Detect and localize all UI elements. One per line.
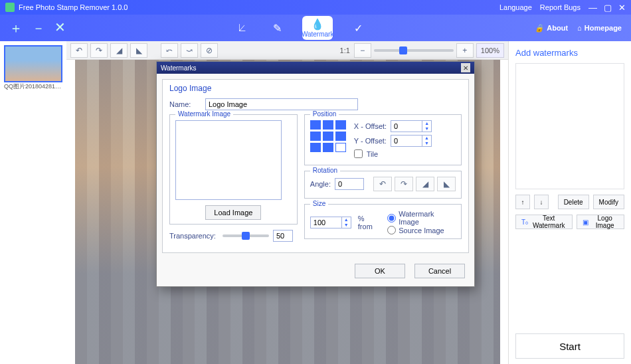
y-offset-label: Y - Offset: [354,137,387,145]
transparency-value[interactable] [273,230,293,242]
close-button[interactable]: ✕ [618,3,626,13]
y-up[interactable]: ▲ [422,136,431,141]
app-title: Free Photo Stamp Remover 1.0.0 [19,3,128,11]
homepage-link[interactable]: ⌂Homepage [577,24,622,32]
lock-icon: 🔒 [535,24,544,33]
rot-flip-v-button[interactable]: ◣ [437,177,456,191]
dialog-titlebar[interactable]: Watermarks ✕ [157,62,474,74]
cancel-button[interactable]: Cancel [414,264,465,278]
remove-tab-button[interactable]: － [32,19,45,37]
size-up[interactable]: ▲ [342,217,351,223]
rot-flip-h-button[interactable]: ◢ [416,177,434,191]
language-link[interactable]: Language [499,3,532,11]
rotation-legend: Rotation [310,167,340,174]
move-up-button[interactable]: ↑ [515,195,530,209]
angle-input[interactable] [335,178,364,190]
side-panel: Add watermarks ↑ ↓ Delete Modify T₀Text … [508,41,631,364]
watermark-tool-label: Watermark [302,31,334,38]
delete-button[interactable]: Delete [558,195,589,209]
position-legend: Position [310,110,339,118]
tile-label: Tile [367,150,378,158]
anchor-grid[interactable] [310,120,346,152]
thumbnail-image [4,45,62,82]
rot-ccw-button[interactable]: ↶ [373,177,392,191]
move-down-button[interactable]: ↓ [534,195,549,209]
transparency-label: Transparency: [169,232,219,240]
x-up[interactable]: ▲ [422,121,431,126]
modify-button[interactable]: Modify [593,195,624,209]
image-preview [175,120,282,200]
tile-checkbox[interactable] [354,149,363,158]
y-offset-input[interactable] [391,136,422,146]
pct-from-label: % from [358,215,381,230]
text-watermark-button[interactable]: T₀Text Watermark [515,215,573,229]
undo-button[interactable]: ⤺ [161,43,178,58]
flip-h-button[interactable]: ◢ [110,43,128,58]
ok-button[interactable]: OK [355,264,405,278]
size-legend: Size [310,200,328,207]
dialog-close-button[interactable]: ✕ [461,63,470,72]
zoom-out-button[interactable]: − [354,43,371,58]
add-tab-button[interactable]: ＋ [9,19,23,37]
name-label: Name: [169,100,201,108]
rot-cw-button[interactable]: ↷ [395,177,413,191]
water-drop-icon: 💧 [311,18,324,31]
zoom-in-button[interactable]: + [456,43,474,58]
zoom-percent: 100% [476,43,504,58]
zoom-slider[interactable] [374,43,454,58]
canvas-toolbar: ↶ ↷ ◢ ◣ ⤺ ⤻ ⊘ 1:1 − + 100% [66,41,508,60]
text-icon: T₀ [521,219,528,226]
rotate-ccw-button[interactable]: ↶ [70,43,88,58]
ribbon: ＋ － ✕ ⟀ ✎ 💧 Watermark ✓ 🔒About ⌂Homepage [0,15,631,41]
size-down[interactable]: ▼ [342,223,351,228]
position-fieldset: Position X - Offset: ▲▼ [304,114,462,165]
watermark-list[interactable] [515,63,624,189]
rotation-fieldset: Rotation Angle: ↶ ↷ ◢ ◣ [304,171,462,199]
rotate-cw-button[interactable]: ↷ [90,43,108,58]
close-tab-button[interactable]: ✕ [54,19,66,37]
report-bugs-link[interactable]: Report Bugs [540,3,581,11]
load-image-button[interactable]: Load Image [205,205,261,220]
x-offset-input[interactable] [391,121,422,132]
logo-image-button[interactable]: ▣Logo Image [577,215,624,229]
thumbnail-strip: QQ图片2018042812... [0,41,66,364]
maximize-button[interactable]: ▢ [604,3,612,13]
size-from-watermark[interactable]: Watermark Image [387,210,456,226]
image-icon: ▣ [583,219,588,226]
redo-button[interactable]: ⤻ [181,43,198,58]
x-down[interactable]: ▼ [422,126,431,132]
angle-label: Angle: [310,180,331,188]
name-input[interactable] [205,98,358,110]
watermark-tool[interactable]: 💧 Watermark [302,16,333,40]
app-icon [5,3,15,12]
wm-image-legend: Watermark Image [175,110,233,118]
size-input[interactable] [311,217,341,228]
clear-button[interactable]: ⊘ [201,43,218,58]
size-fieldset: Size ▲▼ % from Watermark Image Source Im… [304,204,462,239]
home-icon: ⌂ [577,24,582,32]
start-button[interactable]: Start [515,333,624,359]
watermark-image-fieldset: Watermark Image Load Image [169,114,298,225]
size-from-source[interactable]: Source Image [387,226,456,234]
dialog-title: Watermarks [161,64,197,72]
thumbnail[interactable]: QQ图片2018042812... [4,45,62,91]
flip-v-button[interactable]: ◣ [130,43,147,58]
zoom-1-1-label[interactable]: 1:1 [339,46,351,54]
crop-tool[interactable]: ⟀ [233,19,252,37]
brush-tool[interactable]: ✓ [349,19,367,37]
transparency-slider[interactable] [223,234,269,237]
about-link[interactable]: 🔒About [535,24,568,33]
y-down[interactable]: ▼ [422,141,431,146]
watermarks-dialog: Watermarks ✕ Logo Image Name: Watermark … [156,61,475,287]
minimize-button[interactable]: — [588,3,597,13]
dialog-section-heading: Logo Image [169,84,462,93]
thumbnail-caption: QQ图片2018042812... [4,82,62,91]
x-offset-label: X - Offset: [354,122,387,130]
side-panel-heading: Add watermarks [515,48,624,58]
title-bar: Free Photo Stamp Remover 1.0.0 Language … [0,0,631,15]
erase-tool[interactable]: ✎ [268,19,286,37]
